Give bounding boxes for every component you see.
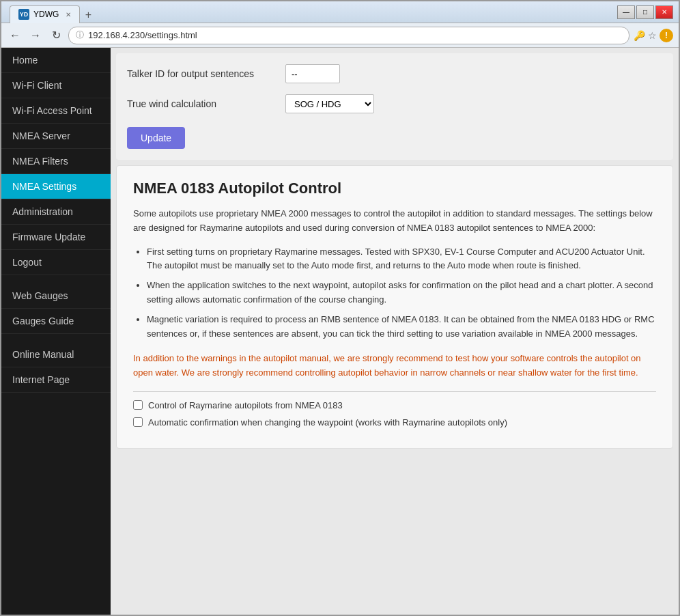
autopilot-control-checkbox[interactable] [133,400,143,410]
sidebar-item-gauges-guide[interactable]: Gauges Guide [1,309,111,334]
reload-button[interactable]: ↻ [48,27,64,44]
browser-body: Home Wi-Fi Client Wi-Fi Access Point NME… [1,48,679,615]
sidebar-item-wifi-ap[interactable]: Wi-Fi Access Point [1,98,111,124]
address-bar: ← → ↻ ⓘ 192.168.4.230/settings.html 🔑 ☆ … [1,23,679,48]
talker-id-input[interactable] [285,64,340,83]
lock-icon: ⓘ [76,29,84,41]
tab-bar: YD YDWG ✕ + [7,1,617,23]
autopilot-description: Some autopilots use proprietary NMEA 200… [133,207,656,236]
bullet-item-1: First setting turns on proprietary Rayma… [147,245,656,274]
sidebar-item-wifi-client[interactable]: Wi-Fi Client [1,73,111,98]
browser-tab[interactable]: YD YDWG ✕ [10,5,80,23]
sidebar-item-online-manual[interactable]: Online Manual [1,342,111,367]
bullet-item-2: When the application switches to the nex… [147,279,656,307]
sidebar-gap-2 [1,334,111,342]
autopilot-bullet-list: First setting turns on proprietary Rayma… [147,245,656,341]
sidebar-item-internet-page[interactable]: Internet Page [1,367,111,393]
window-controls: — □ ✕ [617,5,673,19]
minimize-button[interactable]: — [617,5,635,19]
sidebar-item-firmware-update[interactable]: Firmware Update [1,225,111,250]
sidebar-item-nmea-settings[interactable]: NMEA Settings [1,174,111,199]
address-input[interactable]: ⓘ 192.168.4.230/settings.html [68,27,629,44]
close-button[interactable]: ✕ [655,5,673,19]
address-text: 192.168.4.230/settings.html [88,30,622,40]
settings-form-section: Talker ID for output sentences True wind… [116,53,673,160]
sidebar-item-logout[interactable]: Logout [1,250,111,275]
sidebar-gap [1,275,111,283]
checkbox-row-1: Control of Raymarine autopilots from NME… [133,400,656,410]
back-button[interactable]: ← [7,27,23,44]
auto-confirm-label: Automatic confirmation when changing the… [148,417,507,428]
tab-favicon: YD [18,9,29,20]
tab-title: YDWG [33,10,59,19]
title-bar: YD YDWG ✕ + — □ ✕ [1,1,679,23]
browser-window: YD YDWG ✕ + — □ ✕ ← → ↻ ⓘ 192.168.4.230/… [0,0,680,616]
update-button[interactable]: Update [127,127,185,149]
autopilot-control-label: Control of Raymarine autopilots from NME… [148,400,343,410]
forward-button[interactable]: → [27,27,44,44]
sidebar-item-nmea-filters[interactable]: NMEA Filters [1,149,111,174]
talker-id-label: Talker ID for output sentences [127,68,277,79]
wind-calc-select[interactable]: SOG / HDG SOG / COG STW / HDG [285,94,374,113]
bullet-item-3: Magnetic variation is required to proces… [147,313,656,341]
sidebar-item-nmea-server[interactable]: NMEA Server [1,124,111,149]
sidebar-item-home[interactable]: Home [1,48,111,73]
autopilot-section: NMEA 0183 Autopilot Control Some autopil… [116,165,673,449]
sidebar-item-administration[interactable]: Administration [1,199,111,225]
address-actions: 🔑 ☆ ! [634,29,673,42]
maximize-button[interactable]: □ [636,5,654,19]
sidebar: Home Wi-Fi Client Wi-Fi Access Point NME… [1,48,111,615]
auto-confirm-checkbox[interactable] [133,417,143,427]
talker-id-row: Talker ID for output sentences [127,64,662,83]
sidebar-item-web-gauges[interactable]: Web Gauges [1,283,111,309]
new-tab-button[interactable]: + [80,7,96,23]
wind-calc-row: True wind calculation SOG / HDG SOG / CO… [127,94,662,113]
autopilot-title: NMEA 0183 Autopilot Control [133,180,656,197]
main-content: Talker ID for output sentences True wind… [111,48,679,615]
warning-text: In addition to the warnings in the autop… [133,352,656,380]
key-icon: 🔑 [634,30,645,41]
star-icon[interactable]: ☆ [648,30,657,41]
wind-calc-label: True wind calculation [127,98,277,109]
checkbox-row-2: Automatic confirmation when changing the… [133,417,656,428]
tab-close-btn[interactable]: ✕ [66,11,71,18]
divider [133,391,656,392]
notification-icon: ! [660,29,673,42]
